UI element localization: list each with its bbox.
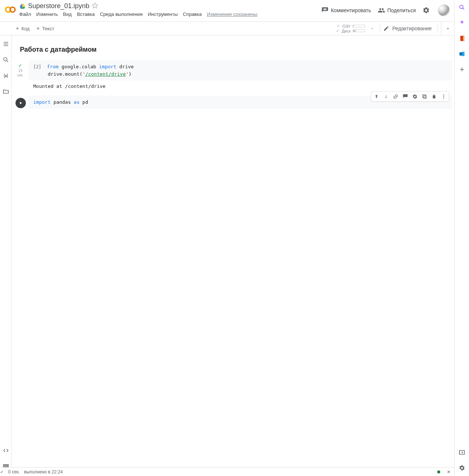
resource-usage[interactable]: ✓ ОЗУ ✓ Диск [336, 24, 365, 33]
svg-point-18 [443, 96, 444, 97]
ext-add-icon[interactable] [458, 65, 466, 74]
svg-point-9 [4, 58, 7, 61]
svg-rect-15 [422, 95, 425, 97]
svg-point-19 [443, 97, 444, 99]
left-rail: x [0, 35, 12, 476]
disk-label: Диск [342, 29, 350, 33]
avatar[interactable] [438, 4, 450, 16]
colab-logo[interactable] [4, 3, 17, 16]
menu-file[interactable]: Файл [19, 11, 31, 17]
ext-settings-icon[interactable] [458, 463, 466, 472]
more-cell-button[interactable] [439, 92, 448, 100]
star-icon[interactable] [92, 2, 98, 10]
svg-line-21 [463, 8, 464, 10]
separator [380, 24, 380, 33]
header-actions: Комментировать Поделиться [321, 4, 450, 16]
drive-icon [19, 3, 26, 10]
title-row: Superstore_01.ipynb [19, 1, 321, 10]
kernel-status-dot[interactable] [437, 470, 440, 473]
header-center: Superstore_01.ipynb Файл Изменить Вид Вс… [19, 1, 321, 19]
header: Superstore_01.ipynb Файл Изменить Вид Вс… [0, 0, 454, 21]
code-cell-active[interactable]: import pandas as pd [13, 96, 452, 109]
svg-line-10 [7, 61, 8, 62]
share-button[interactable]: Поделиться [378, 7, 416, 14]
menu-tools[interactable]: Инструменты [148, 11, 178, 17]
code-snippets-icon[interactable] [3, 447, 9, 455]
exec-unit: сек. [13, 73, 28, 78]
svg-rect-24 [459, 451, 465, 455]
move-up-button[interactable] [372, 92, 381, 100]
search-icon[interactable] [3, 56, 9, 64]
svg-rect-16 [424, 96, 427, 99]
exec-bracket: [2] [33, 64, 41, 69]
svg-point-20 [460, 5, 463, 8]
run-cell-button[interactable] [16, 98, 26, 108]
menu-bar: Файл Изменить Вид Вставка Среда выполнен… [19, 10, 321, 19]
status-check-icon-2: ✓ [336, 28, 339, 33]
ext-search-icon[interactable] [458, 3, 466, 12]
runtime-dropdown[interactable] [367, 26, 377, 31]
separator-2 [438, 24, 438, 33]
menu-view[interactable]: Вид [63, 11, 72, 17]
add-text-label: Текст [42, 26, 54, 31]
svg-text:x: x [5, 74, 7, 78]
add-text-button[interactable]: Текст [32, 24, 57, 33]
ram-bar [353, 25, 365, 27]
delete-cell-button[interactable] [429, 92, 438, 100]
toc-icon[interactable] [3, 41, 9, 48]
menu-help[interactable]: Справка [183, 11, 202, 17]
toolbar: Код Текст ✓ ОЗУ ✓ Диск Редактирование [0, 21, 454, 35]
menu-insert[interactable]: Вставка [77, 11, 95, 17]
main-body: x Работа с датафреймом ✓ [2] 19 сек. [0, 35, 454, 476]
share-label: Поделиться [387, 7, 416, 13]
svg-rect-23 [462, 52, 464, 56]
section-heading[interactable]: Работа с датафреймом [12, 35, 454, 60]
add-code-button[interactable]: Код [12, 24, 32, 33]
notebook-content: Работа с датафреймом ✓ [2] 19 сек. [2] f… [12, 35, 454, 476]
save-status[interactable]: Изменения сохранены [207, 11, 257, 17]
status-elapsed: 0 сек. [8, 469, 20, 475]
ext-copilot-icon[interactable] [458, 18, 466, 27]
svg-rect-12 [3, 465, 8, 465]
exec-time: 19 [13, 69, 28, 73]
status-check-icon: ✓ [0, 469, 4, 475]
cell-settings-button[interactable] [410, 92, 419, 100]
ext-outlook-icon[interactable] [458, 49, 466, 58]
code-editor[interactable]: [2] from google.colab import drive drive… [29, 60, 452, 81]
status-finished: выполнено в 22:24 [24, 469, 63, 475]
svg-marker-5 [92, 3, 98, 8]
colab-app: Superstore_01.ipynb Файл Изменить Вид Вс… [0, 0, 454, 476]
success-check-icon: ✓ [13, 62, 28, 69]
cell-toolbar [371, 91, 449, 102]
files-icon[interactable] [3, 88, 9, 96]
comment-label: Комментировать [331, 7, 371, 13]
mode-selector[interactable]: Редактирование [383, 25, 435, 31]
move-down-button[interactable] [381, 92, 390, 100]
disk-bar [353, 30, 365, 32]
notebook-title[interactable]: Superstore_01.ipynb [28, 2, 89, 10]
variables-icon[interactable]: x [3, 72, 9, 80]
mirror-cell-button[interactable] [420, 92, 429, 100]
comment-button[interactable]: Комментировать [321, 7, 371, 14]
status-close-button[interactable]: ✕ [447, 469, 451, 475]
add-comment-button[interactable] [401, 92, 410, 100]
extension-sidebar [454, 0, 469, 476]
cell-gutter: ✓ [2] 19 сек. [13, 62, 28, 78]
add-code-label: Код [21, 26, 30, 31]
ext-office-icon[interactable] [458, 34, 466, 43]
code-cell[interactable]: ✓ [2] 19 сек. [2] from google.colab impo… [13, 60, 452, 92]
svg-point-17 [443, 94, 444, 95]
status-bar: ✓ 0 сек. выполнено в 22:24 ✕ [0, 467, 454, 476]
settings-button[interactable] [422, 7, 430, 14]
ext-panel-icon[interactable] [458, 448, 466, 457]
menu-edit[interactable]: Изменить [36, 11, 58, 17]
status-check-icon: ✓ [337, 24, 340, 28]
cell-output: Mounted at /content/drive [29, 81, 452, 92]
ram-label: ОЗУ [342, 24, 350, 28]
menu-runtime[interactable]: Среда выполнения [100, 11, 143, 17]
link-button[interactable] [391, 92, 400, 100]
mode-label: Редактирование [392, 25, 432, 31]
collapse-toolbar-button[interactable] [441, 22, 454, 35]
